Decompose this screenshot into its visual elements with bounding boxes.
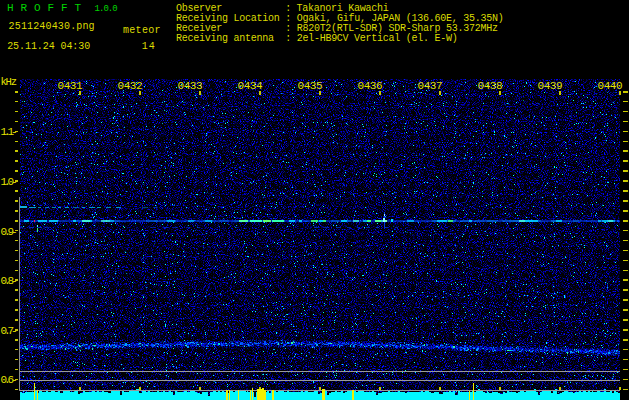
svg-text:0440: 0440 [598,80,623,92]
svg-text:kHz: kHz [1,76,18,88]
svg-text:0438: 0438 [478,80,503,92]
svg-text:0433: 0433 [178,80,203,92]
svg-text:0437: 0437 [418,80,443,92]
svg-text:25.11.24 04:30: 25.11.24 04:30 [7,41,90,52]
svg-text:meteor: meteor [123,25,161,36]
svg-text:0.8-: 0.8- [1,275,18,287]
svg-text:0.7-: 0.7- [1,325,18,337]
svg-text:1.1-: 1.1- [1,126,18,138]
svg-text:HROFFT: HROFFT [7,2,88,14]
svg-text:14: 14 [142,41,155,52]
svg-text:Receiving antenna : 2el-HB9CV: Receiving antenna : 2el-HB9CV Vertical (… [176,33,458,44]
svg-text:0435: 0435 [298,80,323,92]
svg-text:0439: 0439 [538,80,563,92]
svg-text:2511240430.png: 2511240430.png [9,21,95,32]
svg-text:1.0.0: 1.0.0 [95,4,118,14]
svg-text:0.9-: 0.9- [1,226,18,238]
svg-text:0434: 0434 [238,80,263,92]
svg-text:0431: 0431 [58,80,83,92]
svg-text:0.6-: 0.6- [1,374,18,386]
svg-text:1.0-: 1.0- [1,176,18,188]
svg-text:0432: 0432 [118,80,143,92]
svg-text:0436: 0436 [358,80,383,92]
